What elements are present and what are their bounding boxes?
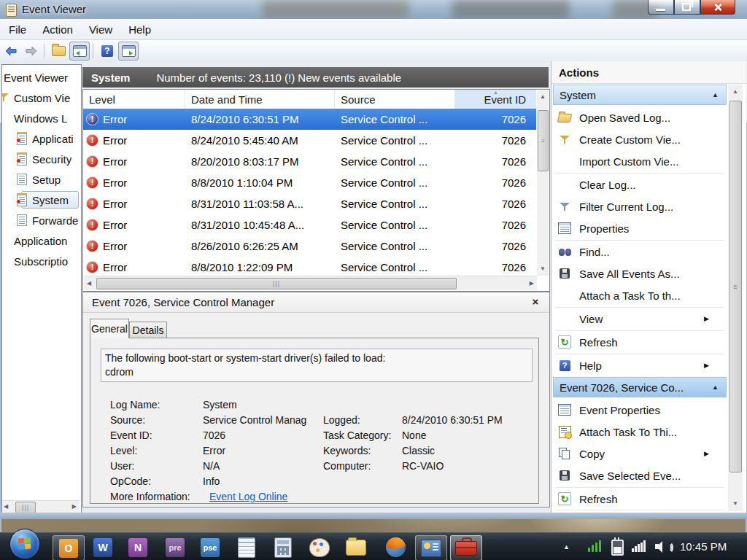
help-button[interactable]: ?: [98, 42, 117, 60]
tree-item-security[interactable]: Security: [17, 149, 71, 168]
scroll-thumb[interactable]: ≡: [729, 101, 742, 472]
show-hidden-icons-button[interactable]: ▲: [563, 543, 570, 551]
taskbar-clock[interactable]: 10:45 PM: [680, 540, 738, 553]
column-header-source[interactable]: Source: [335, 90, 455, 109]
table-vertical-scrollbar[interactable]: ▲ ≡ ▼: [537, 90, 549, 276]
table-row[interactable]: !Error 8/24/2010 6:30:51 PM Service Cont…: [83, 109, 536, 130]
taskbar-paint[interactable]: [304, 535, 335, 559]
show-console-tree-button[interactable]: [69, 42, 90, 61]
table-rows: !Error 8/24/2010 6:30:51 PM Service Cont…: [83, 109, 536, 276]
scroll-right-icon[interactable]: ▶: [530, 281, 534, 287]
power-icon[interactable]: [611, 540, 624, 556]
taskbar-premiere-elements[interactable]: pre: [160, 535, 190, 559]
forward-button[interactable]: [22, 42, 41, 60]
menu-view[interactable]: View: [82, 21, 120, 38]
action-save-selected-events[interactable]: Save Selected Eve...: [553, 464, 727, 486]
actions-scrollbar[interactable]: ▲ ≡ ▼: [728, 85, 743, 511]
preview-close-icon[interactable]: ×: [529, 295, 542, 308]
tree-item-custom-views[interactable]: Custom Vie: [2, 88, 70, 107]
actions-group-event[interactable]: Event 7026, Service Co... ▲: [553, 377, 727, 397]
taskbar-toolbox-event-viewer[interactable]: [450, 535, 482, 560]
scroll-thumb[interactable]: |||: [96, 278, 457, 289]
action-refresh[interactable]: ↻ Refresh: [553, 331, 727, 353]
menu-help[interactable]: Help: [121, 21, 158, 38]
close-button[interactable]: [700, 0, 735, 15]
table-horizontal-scrollbar[interactable]: ◀ ||| ▶: [84, 276, 537, 290]
export-list-button[interactable]: [49, 42, 68, 60]
action-attach-task-to-event[interactable]: Attach Task To Thi...: [553, 421, 727, 443]
taskbar-firefox[interactable]: [380, 535, 411, 559]
action-find[interactable]: Find...: [553, 241, 727, 262]
titlebar[interactable]: Event Viewer: [0, 0, 747, 19]
column-header-eventid[interactable]: ▲ Event ID: [455, 90, 536, 109]
action-copy[interactable]: Copy ▶: [553, 443, 727, 464]
scroll-thumb[interactable]: ≡: [538, 110, 549, 171]
action-open-saved-log[interactable]: Open Saved Log...: [553, 106, 727, 128]
tree-item-windows-logs[interactable]: Windows L: [2, 109, 67, 128]
action-save-all-events[interactable]: Save All Events As...: [553, 262, 727, 284]
action-import-custom-view[interactable]: Import Custom Vie...: [553, 150, 727, 172]
scroll-right-icon[interactable]: ▶: [72, 504, 77, 510]
table-row[interactable]: !Error 8/26/2010 6:26:25 AM Service Cont…: [83, 236, 536, 257]
tree-item-setup[interactable]: Setup: [17, 170, 61, 189]
table-row[interactable]: !Error 8/20/2010 8:03:17 PM Service Cont…: [83, 151, 536, 172]
column-header-datetime[interactable]: Date and Time: [185, 90, 335, 109]
taskbar-outlook[interactable]: O: [53, 535, 85, 560]
scroll-up-icon[interactable]: ▲: [540, 94, 546, 100]
scroll-left-icon[interactable]: ◀: [4, 504, 8, 510]
signal-icon[interactable]: [632, 540, 648, 552]
scroll-left-icon[interactable]: ◀: [87, 281, 91, 287]
taskbar-onenote[interactable]: N: [123, 535, 153, 559]
table-row[interactable]: !Error 8/31/2010 10:45:48 A... Service C…: [83, 214, 536, 236]
show-action-pane-button[interactable]: [118, 42, 139, 61]
action-refresh-event[interactable]: ↻ Refresh: [553, 488, 727, 510]
actions-group-system[interactable]: System ▲: [553, 85, 727, 105]
tab-general[interactable]: General: [90, 319, 129, 338]
action-event-properties[interactable]: Event Properties: [553, 399, 727, 421]
action-create-custom-view[interactable]: Create Custom Vie...: [553, 128, 727, 150]
event-description[interactable]: The following boot-start or system-start…: [101, 349, 533, 382]
event-log-online-link[interactable]: Event Log Online: [209, 491, 287, 502]
tree-item-event-viewer[interactable]: Event Viewer: [4, 68, 68, 87]
network-icon[interactable]: [588, 540, 603, 552]
tree-item-applications-services[interactable]: Application: [2, 231, 67, 250]
tab-details[interactable]: Details: [129, 322, 167, 338]
taskbar-calculator[interactable]: [268, 535, 298, 559]
tree-item-forwarded-events[interactable]: Forwarde: [17, 211, 78, 230]
action-filter-current-log[interactable]: Filter Current Log...: [553, 195, 727, 217]
table-row[interactable]: !Error 8/24/2010 5:45:40 AM Service Cont…: [83, 130, 536, 151]
action-clear-log[interactable]: Clear Log...: [553, 174, 727, 195]
menu-file[interactable]: File: [1, 21, 34, 38]
restore-button[interactable]: [674, 0, 700, 15]
table-row[interactable]: !Error 8/8/2010 1:10:04 PM Service Contr…: [83, 172, 536, 193]
volume-icon[interactable]: [655, 540, 673, 552]
action-view[interactable]: View ▶: [553, 308, 727, 330]
folder-icon: [346, 540, 366, 556]
tree-horizontal-scrollbar[interactable]: ◀ ||| ▶: [2, 500, 80, 513]
taskbar-word[interactable]: W: [88, 535, 118, 559]
collapse-icon[interactable]: ▲: [712, 384, 719, 391]
scroll-down-icon[interactable]: ▼: [732, 501, 738, 507]
taskbar-photoshop-elements[interactable]: pse: [195, 535, 225, 559]
tree-item-system[interactable]: System: [2, 190, 81, 209]
table-row[interactable]: !Error 8/8/2010 1:22:09 PM Service Contr…: [83, 257, 536, 276]
properties-icon: [558, 404, 571, 416]
start-button[interactable]: [9, 529, 40, 559]
taskbar-notepad[interactable]: [231, 535, 262, 559]
action-properties[interactable]: Properties: [553, 217, 727, 239]
scroll-up-icon[interactable]: ▲: [732, 89, 738, 95]
collapse-icon[interactable]: ▲: [712, 91, 719, 98]
tree-item-subscriptions[interactable]: Subscriptio: [2, 252, 68, 271]
tree-item-application[interactable]: Applicati: [17, 129, 74, 148]
action-help[interactable]: ? Help ▶: [553, 354, 727, 376]
column-header-level[interactable]: Level: [83, 90, 185, 109]
taskbar-explorer[interactable]: [341, 535, 371, 559]
table-row[interactable]: !Error 8/31/2010 11:03:58 A... Service C…: [83, 193, 536, 214]
scroll-down-icon[interactable]: ▼: [540, 266, 546, 272]
back-button[interactable]: [1, 42, 20, 60]
scroll-thumb[interactable]: |||: [15, 502, 36, 513]
action-attach-task-to-log[interactable]: Attach a Task To th...: [553, 284, 727, 306]
menu-action[interactable]: Action: [35, 21, 80, 38]
taskbar-display-settings[interactable]: [415, 535, 447, 560]
minimize-button[interactable]: [648, 0, 674, 15]
